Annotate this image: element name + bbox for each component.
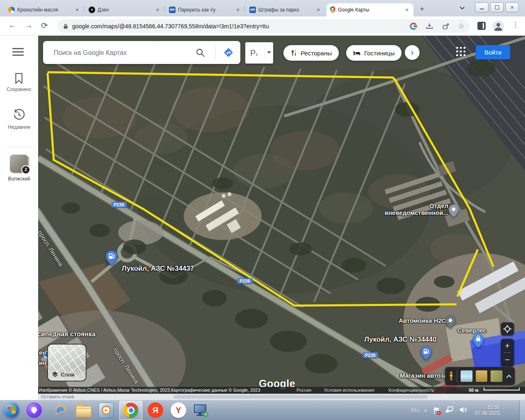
back-icon[interactable]: ← <box>8 21 16 30</box>
zoom-out-button[interactable]: − <box>501 353 514 366</box>
dzen-favicon-icon: ✦ <box>89 7 95 13</box>
imagery-bar <box>445 367 515 385</box>
horizontal-scrollbar-thumb[interactable] <box>173 395 428 399</box>
imagery-thumbnail[interactable] <box>461 370 472 382</box>
road-badge-p226: P226 <box>237 278 253 284</box>
place-pin-icon[interactable] <box>448 204 459 218</box>
search-input[interactable] <box>53 41 190 65</box>
action-center-flag-icon[interactable]: ✕ <box>433 406 440 415</box>
new-tab-button[interactable]: + <box>417 4 427 15</box>
side-panel-icon[interactable] <box>477 22 486 30</box>
poi-label-carwash[interactable]: Автомойка H2O <box>385 317 446 324</box>
close-button[interactable]: ✕ <box>505 2 519 12</box>
pegman-icon[interactable] <box>449 370 454 382</box>
shopping-pin-icon[interactable] <box>472 333 484 348</box>
chip-restaurants[interactable]: Рестораны <box>283 45 339 61</box>
poi-label-bike-parking[interactable]: сипедная стоянка <box>38 331 96 338</box>
tab-search-chevron-icon[interactable] <box>459 6 465 10</box>
recent-place-label[interactable]: Волжский <box>0 176 38 182</box>
browser-tab-active[interactable]: Google Карты ✕ <box>326 3 413 16</box>
my-location-button[interactable] <box>501 322 514 336</box>
quick-action-button[interactable]: Рv <box>245 42 273 64</box>
imagery-attribution: Изображения © Airbus,CNES / Airbus,Maxar… <box>39 388 260 393</box>
browser-tab[interactable]: ✦ Дзен ✕ <box>85 3 164 16</box>
more-categories-button[interactable]: › <box>405 45 420 60</box>
hotel-bed-icon <box>353 50 361 56</box>
install-icon[interactable] <box>425 22 434 30</box>
tab-close-icon[interactable]: ✕ <box>154 7 161 13</box>
poi-label-otdel[interactable]: Отдел вневедомственной... <box>366 202 448 216</box>
tab-close-icon[interactable]: ✕ <box>404 7 410 13</box>
poi-label-severles[interactable]: Северлес <box>457 327 486 334</box>
media-player-icon[interactable]: ▶ <box>98 402 114 418</box>
history-clock-icon[interactable] <box>13 109 25 121</box>
vf-favicon-icon: ВФ <box>169 7 176 13</box>
menu-hamburger-icon[interactable] <box>12 48 24 58</box>
start-button[interactable] <box>3 402 20 418</box>
google-apps-grid-icon[interactable] <box>456 47 467 57</box>
remote-desktop-icon[interactable]: ✕ <box>193 402 208 418</box>
recent-place-thumbnail[interactable]: 2 <box>10 155 28 173</box>
chevron-down-icon[interactable] <box>267 51 271 54</box>
share-icon[interactable] <box>442 22 450 30</box>
file-explorer-icon[interactable] <box>75 402 91 418</box>
alice-assistant-icon[interactable] <box>26 402 42 418</box>
internet-explorer-icon[interactable]: e <box>52 402 68 418</box>
volume-icon[interactable] <box>459 406 467 415</box>
language-indicator[interactable]: RU <box>411 407 419 413</box>
vf-favicon-icon: ВФ <box>249 7 256 13</box>
chrome-icon[interactable] <box>123 403 138 418</box>
yandex-browser-icon[interactable]: Y <box>171 402 186 418</box>
yandex-icon[interactable]: Я <box>148 402 163 418</box>
chevron-up-icon[interactable] <box>506 374 511 378</box>
profile-avatar[interactable] <box>492 20 504 32</box>
imagery-thumbnail[interactable] <box>491 370 502 382</box>
bookmark-icon[interactable] <box>14 73 24 84</box>
show-desktop-button[interactable] <box>519 400 525 420</box>
chip-hotels[interactable]: Гостиницы <box>346 45 402 61</box>
gas-station-pin-icon[interactable] <box>420 346 432 361</box>
browser-tab[interactable]: Кронштейн масля ✕ <box>5 3 84 16</box>
zoom-in-button[interactable]: + <box>501 339 514 352</box>
map-canvas[interactable]: P226 P226 P226 просп. Ленина просп. Лени… <box>38 36 525 400</box>
zoom-control: + − <box>501 339 514 367</box>
directions-icon[interactable] <box>222 46 235 59</box>
network-icon[interactable] <box>445 406 454 415</box>
poi-label-shop[interactable]: Магазин автоза <box>400 372 447 379</box>
taskbar-clock[interactable]: 15:55 07.06.2023 <box>475 404 500 417</box>
reload-icon[interactable]: ⟳ <box>41 21 48 30</box>
poi-label-lukoil-34440[interactable]: Лукойл, АЗС №34440 <box>364 336 430 344</box>
road-badge-p226: P226 <box>111 202 127 208</box>
feedback-link[interactable]: Оставить отзыв <box>41 394 74 399</box>
google-g-icon[interactable] <box>410 23 417 30</box>
browser-tab[interactable]: ВФ Паркуюсь как #у ✕ <box>166 3 244 16</box>
terms-link[interactable]: Условия использования <box>324 388 374 393</box>
restore-button[interactable] <box>490 2 504 12</box>
tab-close-icon[interactable]: ✕ <box>315 7 322 13</box>
tab-separator <box>84 6 84 12</box>
bookmark-star-icon[interactable]: ☆ <box>458 22 464 30</box>
recent-count-badge: 2 <box>21 165 30 174</box>
tab-close-icon[interactable]: ✕ <box>74 7 80 13</box>
address-bar[interactable]: google.com/maps/@48.8154566,44.7307769,5… <box>57 19 470 33</box>
browser-tab[interactable]: ВФ Штрафы за парко ✕ <box>246 3 325 16</box>
tab-close-icon[interactable]: ✕ <box>235 7 241 13</box>
layers-control[interactable]: Слои <box>47 344 87 381</box>
privacy-link[interactable]: Конфиденциальность <box>388 388 434 393</box>
gas-station-pin-icon[interactable] <box>105 250 118 266</box>
imagery-thumbnail[interactable] <box>476 370 488 382</box>
browser-toolbar: ← → ⟳ google.com/maps/@48.8154566,44.730… <box>0 16 525 36</box>
minimize-button[interactable] <box>475 2 488 12</box>
poi-label-lukoil-34437[interactable]: Лукойл, АЗС №34437 <box>100 265 215 273</box>
search-icon[interactable] <box>196 48 205 57</box>
sidebar-item-saved[interactable]: Сохраненс <box>0 87 38 92</box>
region-link[interactable]: Россия <box>297 388 311 393</box>
hidden-icons-chevron[interactable]: ▲ <box>424 409 427 412</box>
signin-button[interactable]: Войти <box>476 45 510 59</box>
browser-menu-icon[interactable]: ⋮ <box>512 21 519 29</box>
sidebar-item-recent[interactable]: Недавние <box>0 124 38 130</box>
place-pin-icon[interactable] <box>445 315 456 329</box>
lock-icon <box>63 23 68 29</box>
forward-icon[interactable]: → <box>25 21 33 30</box>
poi-label-clipped: ин <box>39 359 46 366</box>
